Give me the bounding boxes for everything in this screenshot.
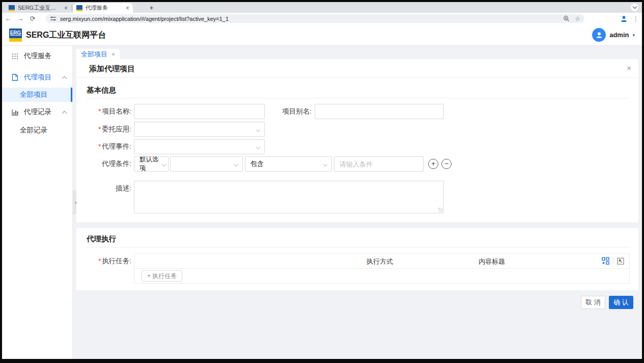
serg-logo: ERG [9, 29, 22, 42]
app-header: ERG SERG工业互联网平台 admin ▾ [2, 24, 642, 46]
panel-header: 添加代理项目 × [76, 59, 638, 78]
add-block-icon[interactable] [602, 257, 609, 265]
delegate-app-label: *委托应用: [76, 122, 131, 137]
agent-event-label: *代理事件: [76, 139, 131, 154]
content-tab-all-projects[interactable]: 全部项目 × [76, 49, 120, 60]
execution-task-label: *执行任务: [76, 254, 131, 269]
sidebar-item-agent-records[interactable]: 代理记录 [2, 105, 72, 119]
sidebar-item-label: 全部项目 [20, 90, 47, 99]
project-name-input[interactable] [134, 104, 265, 119]
condition-value-input[interactable] [334, 156, 424, 172]
content-tab-label: 全部项目 [81, 50, 107, 59]
sidebar-item-label: 全部记录 [20, 126, 47, 135]
agent-event-select[interactable] [134, 139, 265, 154]
app-title: SERG工业互联网平台 [26, 30, 106, 41]
zoom-icon[interactable] [563, 15, 570, 22]
user-name: admin [609, 31, 629, 39]
condition-field-select[interactable] [170, 156, 243, 172]
site-settings-icon[interactable] [50, 16, 57, 21]
chevron-down-icon [234, 162, 238, 166]
tab-title: 代理服务 [86, 4, 123, 12]
remove-condition-button[interactable]: − [441, 159, 452, 169]
sidebar-item-label: 代理服务 [24, 51, 51, 61]
chart-icon [12, 109, 19, 116]
add-condition-button[interactable]: + [428, 159, 438, 169]
sidebar-item-agent-service[interactable]: 代理服务 [2, 49, 72, 63]
browser-menu-icon[interactable]: ⋮ [633, 15, 639, 22]
column-header-title: 内容标题 [479, 254, 505, 269]
sidebar-item-all-records[interactable]: 全部记录 [2, 123, 72, 137]
user-menu[interactable]: admin ▾ [592, 28, 635, 42]
project-alias-label: 项目别名: [278, 104, 312, 119]
caret-down-icon: ▾ [632, 33, 635, 38]
browser-tab-serg[interactable]: SERG工业互联网平台 × [5, 3, 71, 13]
tab-divider [72, 5, 72, 11]
tab-title: SERG工业互联网平台 [18, 4, 61, 12]
chevron-down-icon [323, 162, 327, 166]
tab-close-icon[interactable]: × [64, 5, 68, 11]
section-title-execution: 代理执行 [87, 234, 116, 244]
url-text: serg.mixyun.com/mixapplication/#/agent/p… [60, 16, 563, 22]
grid-icon [12, 53, 19, 60]
sidebar-item-agent-project[interactable]: 代理项目 [2, 70, 72, 85]
browser-toolbar: ← → ⟳ serg.mixyun.com/mixapplication/#/a… [2, 13, 642, 24]
task-table-body-row: + 执行任务 [134, 269, 629, 283]
browser-tabstrip: SERG工业互联网平台 × 代理服务 × + [2, 2, 642, 13]
content-area: 全部项目 × 添加代理项目 × 基本信息 *项目名称: 项目别名: *委托应用: [73, 46, 642, 359]
project-alias-input[interactable] [315, 104, 444, 119]
section-title-basic: 基本信息 [87, 86, 116, 95]
close-icon[interactable]: × [111, 51, 115, 58]
bookmark-star-icon[interactable]: ☆ [575, 15, 580, 22]
agent-condition-label: 代理条件: [76, 156, 131, 172]
textarea-resize-handle[interactable] [438, 208, 443, 212]
profile-icon[interactable] [620, 14, 628, 23]
chevron-up-icon [62, 111, 67, 116]
project-name-label: *项目名称: [76, 104, 131, 119]
reload-icon[interactable]: ⟳ [26, 15, 39, 22]
description-label: 描述: [76, 181, 131, 196]
new-tab-button[interactable]: + [147, 3, 156, 13]
add-task-button[interactable]: + 执行任务 [142, 270, 182, 282]
condition-default-select[interactable]: 默认选项 [134, 156, 169, 172]
delegate-app-select[interactable] [134, 122, 265, 137]
chevron-down-icon [632, 5, 636, 9]
expand-icon[interactable] [617, 258, 624, 265]
sidebar: 代理服务 代理项目 全部项目 [2, 46, 73, 359]
add-project-panel: 添加代理项目 × 基本信息 *项目名称: 项目别名: *委托应用: [76, 59, 638, 222]
address-bar[interactable]: serg.mixyun.com/mixapplication/#/agent/p… [46, 14, 584, 23]
file-icon [12, 74, 19, 81]
condition-operator-select[interactable]: 包含 [245, 156, 332, 172]
tab-close-icon[interactable]: × [126, 5, 129, 11]
serg-favicon-icon [9, 5, 15, 11]
serg-favicon-icon [76, 5, 82, 11]
section-divider [87, 247, 628, 247]
chevron-down-icon [256, 128, 260, 132]
cancel-button[interactable]: 取 消 [581, 296, 605, 309]
section-divider [87, 98, 628, 98]
chevron-down-icon [256, 145, 260, 149]
agent-execution-panel: 代理执行 *执行任务: 执行方式 内容标题 [76, 228, 638, 290]
panel-close-icon[interactable]: × [627, 64, 631, 72]
chevron-up-icon [62, 76, 67, 81]
panel-title: 添加代理项目 [89, 59, 135, 78]
browser-window: SERG工业互联网平台 × 代理服务 × + ← → ⟳ serg.mixyun… [2, 2, 642, 359]
task-table-header: 执行方式 内容标题 [134, 254, 629, 269]
column-header-method: 执行方式 [367, 254, 393, 269]
person-icon [595, 31, 603, 39]
chevron-down-icon [162, 162, 166, 166]
description-textarea[interactable] [134, 181, 444, 213]
icon-divider [613, 258, 613, 264]
execution-task-table: 执行方式 内容标题 [134, 254, 630, 284]
sidebar-item-all-projects[interactable]: 全部项目 [2, 88, 72, 102]
form-footer: 取 消 确 认 [581, 296, 633, 309]
sidebar-item-label: 代理记录 [24, 107, 51, 117]
confirm-button[interactable]: 确 认 [609, 296, 633, 309]
forward-icon[interactable]: → [14, 15, 26, 22]
sidebar-item-label: 代理项目 [24, 73, 51, 82]
browser-tab-agent-service[interactable]: 代理服务 × [73, 3, 133, 13]
tab-search-button[interactable] [631, 4, 638, 11]
back-icon[interactable]: ← [2, 15, 14, 22]
user-avatar [592, 28, 606, 42]
